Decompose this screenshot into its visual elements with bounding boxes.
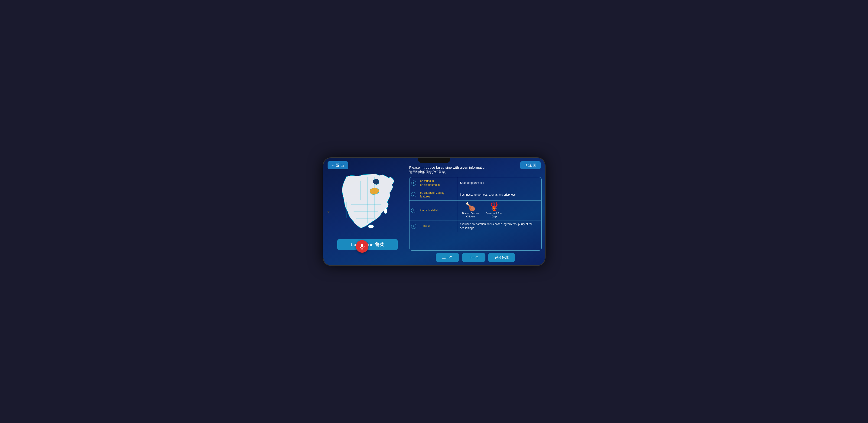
notch [418, 158, 451, 163]
svg-rect-10 [361, 244, 363, 247]
question-text: Please introduce Lu cuisine with given i… [409, 165, 541, 174]
question-zh: 请用给出的信息介绍鲁菜。 [409, 170, 541, 174]
row-num-4: 4 [409, 221, 418, 232]
china-map [333, 172, 402, 237]
row-key-1: be found inbe distributed in [418, 177, 457, 189]
row-num-1: 1 [409, 177, 418, 189]
row-key-2: be characterized byfeatures [418, 189, 457, 201]
left-panel: Lu cuisine 鲁菜 [328, 170, 407, 258]
svg-point-1 [368, 225, 374, 228]
row-key-4: …stress [418, 221, 457, 232]
right-panel: Please introduce Lu cuisine with given i… [409, 165, 541, 262]
svg-point-0 [384, 208, 387, 214]
back-button[interactable]: ← 退 出 [328, 161, 348, 169]
row-key-3: the typical dish [418, 201, 457, 220]
table-row: 2 be characterized byfeatures freshness,… [409, 189, 541, 201]
next-button[interactable]: 下一个 [462, 253, 486, 262]
question-en: Please introduce Lu cuisine with given i… [409, 165, 541, 170]
row-value-1: Shandong province [457, 177, 541, 189]
row-num-2: 2 [409, 189, 418, 201]
row-value-2: freshness, tenderness, aroma, and crispn… [457, 189, 541, 201]
phone-frame: ← 退 出 ↺ 返 回 [323, 157, 546, 266]
dish-name-2: Sweet and Sour Carp [484, 212, 505, 218]
score-button[interactable]: 评分标准 [488, 253, 515, 262]
table-row: 4 …stress exquisite preparation, well-ch… [409, 221, 541, 232]
chicken-dish-icon: 🍗 [465, 202, 476, 211]
row-value-4: exquisite preparation, well-chosen ingre… [457, 221, 541, 232]
microphone-button[interactable] [356, 240, 368, 253]
phone-screen: ← 退 出 ↺ 返 回 [323, 158, 545, 265]
row-num-3: 3 [409, 201, 418, 220]
dish-item-2: 🦞 Sweet and Sour Carp [484, 202, 505, 218]
dish-name-1: Braised Dezhou Chicken [460, 212, 481, 218]
prev-button[interactable]: 上一个 [436, 253, 459, 262]
bottom-buttons: 上一个 下一个 评分标准 [409, 253, 541, 262]
dish-item-1: 🍗 Braised Dezhou Chicken [460, 202, 481, 218]
table-row: 3 the typical dish 🍗 Braised Dezhou Chic… [409, 201, 541, 221]
info-table: 1 be found inbe distributed in Shandong … [409, 177, 541, 250]
row-value-3: 🍗 Braised Dezhou Chicken 🦞 Sweet and Sou… [457, 201, 541, 220]
microphone-icon [359, 243, 365, 250]
dish-images: 🍗 Braised Dezhou Chicken 🦞 Sweet and Sou… [460, 202, 505, 218]
fish-dish-icon: 🦞 [489, 202, 499, 211]
table-row: 1 be found inbe distributed in Shandong … [409, 177, 541, 189]
